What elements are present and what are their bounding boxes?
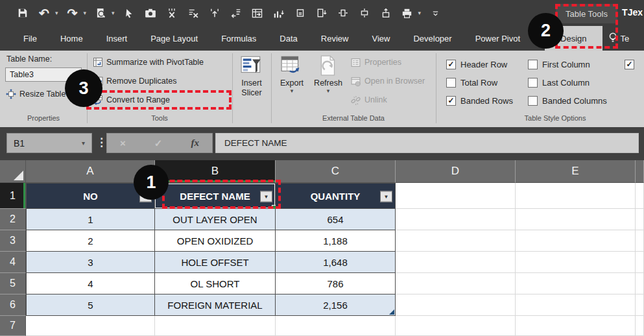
tab-file[interactable]: File [12, 26, 49, 51]
cell-b4[interactable]: HOLE OFFSET [155, 252, 276, 273]
cell-e3[interactable] [516, 230, 636, 252]
table-insert-right-icon[interactable] [250, 6, 265, 20]
first-column-checkbox[interactable] [528, 60, 538, 69]
row-header-1[interactable]: 1 [0, 183, 26, 209]
cell-c4[interactable]: 1,648 [276, 252, 396, 273]
cell-b7[interactable] [155, 316, 276, 336]
formula-bar-input[interactable]: DEFECT NAME [215, 133, 639, 153]
tab-power-pivot[interactable]: Power Pivot [464, 26, 532, 51]
cell-b3[interactable]: OPEN OXIDIZED [155, 230, 276, 252]
remove-duplicates-button[interactable]: Remove Duplicates [92, 73, 176, 90]
header-row-checkbox[interactable]: ✓ [446, 60, 456, 69]
cell-a5[interactable]: 4 [26, 273, 155, 294]
last-column-checkbox[interactable] [528, 78, 538, 88]
tab-developer[interactable]: Developer [401, 26, 463, 51]
align-list-icon[interactable] [315, 6, 329, 20]
checkbox-banded-rows[interactable]: ✓ Banded Rows [446, 95, 513, 106]
quick-print-dropdown-caret[interactable]: ▾ [418, 10, 422, 16]
tab-review[interactable]: Review [309, 26, 361, 51]
tab-insert[interactable]: Insert [95, 26, 139, 51]
row-header-7[interactable]: 7 [0, 316, 26, 336]
camera-icon[interactable] [143, 6, 158, 20]
insert-chart-icon[interactable] [272, 6, 286, 20]
tab-data[interactable]: Data [268, 26, 309, 51]
filter-button-checkbox[interactable]: ✓ [625, 60, 634, 69]
cell-e1[interactable] [516, 183, 636, 209]
checkbox-last-column[interactable]: Last Column [528, 77, 590, 88]
redo-dropdown-caret[interactable]: ▾ [84, 10, 87, 16]
summarize-with-pivottable-button[interactable]: Summarize with PivotTable [92, 54, 204, 71]
row-header-6[interactable]: 6 [0, 294, 26, 316]
refresh-button[interactable]: Refresh ▾ [310, 54, 346, 94]
customize-quick-access-toolbar-icon[interactable] [428, 6, 442, 20]
print-preview-icon[interactable] [93, 6, 108, 20]
column-header-d[interactable]: D [396, 160, 516, 183]
select-all-corner[interactable] [0, 160, 26, 183]
checkbox-total-row[interactable]: Total Row [446, 77, 497, 88]
cell-c3[interactable]: 1,188 [276, 230, 396, 252]
cell-a6[interactable]: 5 [26, 294, 155, 316]
column-header-e[interactable]: E [516, 160, 636, 183]
cell-b2[interactable]: OUT LAYER OPEN [155, 209, 276, 230]
name-box-dropdown-caret[interactable]: ▾ [82, 139, 85, 147]
cell-e4[interactable] [516, 252, 636, 273]
cell-b5[interactable]: OL SHORT [155, 273, 276, 294]
column-header-c[interactable]: C [276, 160, 396, 183]
enter-icon[interactable]: ✓ [154, 138, 163, 149]
cell-e5[interactable] [516, 273, 636, 294]
checkbox-first-column[interactable]: First Column [528, 58, 590, 70]
cancel-icon[interactable]: × [120, 138, 126, 149]
cell-a4[interactable]: 3 [26, 252, 155, 273]
cell-partial-2[interactable] [636, 209, 644, 230]
cell-partial-7[interactable] [636, 316, 644, 336]
cell-partial-3[interactable] [636, 230, 644, 252]
cell-partial-5[interactable] [636, 273, 644, 294]
cell-d1[interactable] [396, 183, 516, 209]
cell-a2[interactable]: 1 [26, 209, 155, 230]
cell-e6[interactable] [516, 294, 636, 316]
tab-view[interactable]: View [360, 26, 401, 51]
undo-dropdown-caret[interactable]: ▾ [55, 10, 58, 16]
distribute-vertical-icon[interactable] [357, 6, 372, 20]
cell-c5[interactable]: 786 [276, 273, 396, 294]
cell-c2[interactable]: 654 [276, 209, 396, 230]
insert-copied-cells-icon[interactable] [229, 6, 243, 20]
tab-page-layout[interactable]: Page Layout [139, 26, 209, 51]
quick-print-icon[interactable] [400, 6, 414, 20]
cell-d6[interactable] [396, 294, 516, 316]
checkbox-banded-columns[interactable]: Banded Columns [528, 95, 607, 106]
row-header-5[interactable]: 5 [0, 273, 26, 294]
cell-d4[interactable] [396, 252, 516, 273]
insert-cells-icon[interactable] [208, 6, 222, 20]
cell-partial-6[interactable] [636, 294, 644, 316]
banded-rows-checkbox[interactable]: ✓ [446, 96, 456, 106]
resize-table-button[interactable]: Resize Table [5, 86, 66, 102]
save-icon[interactable] [16, 6, 30, 20]
cell-d7[interactable] [396, 316, 516, 336]
row-header-3[interactable]: 3 [0, 230, 26, 252]
column-header-partial[interactable] [636, 160, 644, 183]
insert-slicer-button[interactable]: Insert Slicer [235, 54, 268, 98]
cell-e2[interactable] [516, 209, 636, 230]
redo-icon[interactable]: ↷ [66, 6, 80, 20]
cell-b6[interactable]: FOREIGN MATERIAL [155, 294, 276, 316]
cell-partial-1[interactable] [636, 183, 644, 209]
table-header-cell-quantity[interactable]: QUANTITY ▼ [276, 183, 396, 209]
account-name[interactable]: TJex [622, 7, 643, 18]
row-header-4[interactable]: 4 [0, 252, 26, 273]
cell-d5[interactable] [396, 273, 516, 294]
undo-icon[interactable]: ↶ [37, 6, 51, 20]
name-box[interactable]: B1 ▾ [6, 133, 92, 153]
cell-a3[interactable]: 2 [26, 230, 155, 252]
cell-d2[interactable] [396, 209, 516, 230]
cell-a7[interactable] [26, 316, 155, 336]
cell-c7[interactable] [276, 316, 396, 336]
insert-function-icon[interactable]: fx [191, 138, 200, 149]
row-header-2[interactable]: 2 [0, 209, 26, 230]
tab-home[interactable]: Home [49, 26, 95, 51]
tab-formulas[interactable]: Formulas [209, 26, 268, 51]
filter-button[interactable]: ▼ [380, 191, 392, 202]
delete-rows-icon[interactable] [186, 6, 200, 20]
cell-e7[interactable] [516, 316, 636, 336]
distribute-horizontal-icon[interactable] [336, 6, 350, 20]
